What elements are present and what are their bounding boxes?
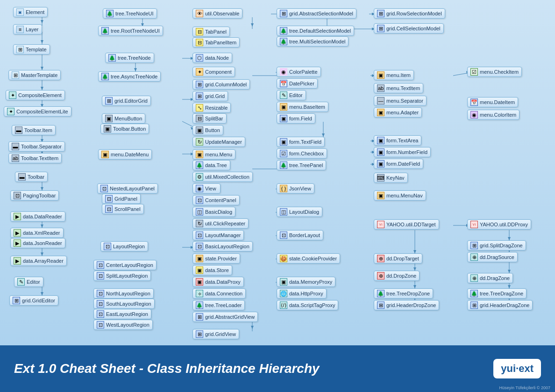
node-multiselectionmodel[interactable]: 🌲 tree.MultiSelectionModel [277, 36, 349, 47]
node-gridpanel[interactable]: ⊡ GridPanel [102, 194, 141, 204]
node-toolbarbutton[interactable]: ▣ Toolbar.Button [100, 124, 149, 134]
node-toolbarseparator[interactable]: ▬ Toolbar.Separator [8, 141, 65, 152]
node-textarea[interactable]: ▣ form.TextArea [374, 135, 421, 146]
node-datatree[interactable]: 🌲 data.Tree [192, 160, 230, 170]
node-jsonview[interactable]: { } JsonView [277, 183, 314, 194]
node-treedragzone[interactable]: 🌲 tree.TreeDragZone [467, 288, 527, 299]
node-checkitem[interactable]: ☑ menu.CheckItem [467, 67, 522, 77]
node-grid[interactable]: ⊞ grid.Grid [192, 91, 228, 101]
node-view[interactable]: ◉ View [192, 183, 221, 194]
node-textfield[interactable]: ▣ form.TextField [277, 137, 325, 147]
node-editorcomp[interactable]: ✎ Editor [277, 90, 306, 100]
node-editor[interactable]: ✎ Editor [14, 277, 43, 287]
node-textitem[interactable]: ab menu.TextItem [374, 83, 423, 93]
node-clickrepeater[interactable]: ↻ util.ClickRepeater [192, 218, 249, 229]
node-httpproxy[interactable]: 🌐 data.HttpProxy [277, 288, 327, 299]
node-xmlreader[interactable]: ▶ data.XmlReader [10, 228, 64, 238]
node-treeloader[interactable]: 🌲 tree.TreeLoader [192, 300, 245, 310]
node-dateitem[interactable]: 📅 menu.DateItem [467, 97, 518, 107]
node-datastore[interactable]: ▣ data.Store [192, 265, 232, 275]
node-dddropzone[interactable]: ⊕ dd.DropZone [374, 271, 420, 281]
node-toolbartextitem[interactable]: ab Toolbar.TextItem [8, 153, 62, 163]
node-tabpanelitem[interactable]: ⊟ TabPanelItem [192, 37, 240, 48]
node-datefield[interactable]: ▣ form.DateField [374, 159, 423, 169]
node-nestedlayoutpanel[interactable]: ⊡ NestedLayoutPanel [97, 183, 158, 194]
node-yahooddproxy[interactable]: Y! YAHOO.util.DDProxy [467, 219, 531, 230]
node-layer[interactable]: ≡ Layer [13, 24, 42, 35]
node-toolbaritem[interactable]: ▬ Toolbar.Item [12, 125, 56, 135]
node-tabpanel[interactable]: ⊟ TabPanel [192, 27, 230, 37]
node-eastlayoutregion[interactable]: ⊡ EastLayoutRegion [93, 309, 151, 319]
node-menu[interactable]: ▣ menu.Menu [192, 149, 235, 160]
node-layoutregion[interactable]: ⊡ LayoutRegion [100, 241, 148, 252]
node-menuadapter[interactable]: ▣ menu.Adapter [374, 107, 422, 118]
node-contentpanel[interactable]: ⊡ ContentPanel [192, 195, 240, 205]
node-resizable[interactable]: ⤡ Resizable [192, 103, 231, 113]
node-connection[interactable]: ⟡ data.Connection [192, 288, 246, 299]
node-numberfield[interactable]: ▣ form.NumberField [374, 147, 431, 157]
node-checkbox[interactable]: ☑ form.Checkbox [277, 148, 327, 159]
node-baseitem[interactable]: ▣ menu.BaseItem [277, 102, 328, 112]
node-button[interactable]: ▣ Button [192, 125, 223, 135]
node-datepicker[interactable]: 📅 DatePicker [277, 78, 318, 89]
node-datanode[interactable]: ⬡ data.Node [192, 53, 232, 63]
node-layoutdialog[interactable]: ◫ LayoutDialog [277, 207, 322, 217]
node-headerdragzone[interactable]: ⊞ grid.HeaderDragZone [467, 300, 533, 310]
node-headerdropzone[interactable]: ⊞ grid.HeaderDropZone [374, 300, 439, 310]
node-yahooddtarget[interactable]: Y! YAHOO.util.DDTarget [374, 219, 439, 230]
node-keynav[interactable]: ⌨ KeyNav [374, 173, 408, 183]
node-pagingtoolbar[interactable]: ⊡ PagingToolbar [10, 190, 59, 201]
node-basiclayoutregion[interactable]: ⊡ BasicLayoutRegion [192, 241, 253, 252]
node-borderlayout[interactable]: ⊡ BorderLayout [277, 230, 323, 240]
node-dddroptarget[interactable]: ⊕ dd.DropTarget [374, 253, 422, 264]
node-centerlayoutregion[interactable]: ⊡ CenterLayoutRegion [93, 260, 157, 270]
node-coloritem[interactable]: ◉ menu.ColorItem [467, 110, 519, 120]
node-element[interactable]: ▣ Element [13, 7, 48, 17]
node-defaultselectionmodel[interactable]: 🌲 tree.DefaultSelectionModel [277, 26, 354, 36]
node-abstractselectionmodel[interactable]: ⊞ grid.AbstractSelectionModel [277, 8, 356, 19]
node-splitlayoutregion[interactable]: ⊡ SplitLayoutRegion [93, 271, 151, 281]
node-layoutmanager[interactable]: ⊡ LayoutManager [192, 230, 244, 240]
node-observable[interactable]: 👁 util.Observable [192, 8, 242, 19]
node-treepanel[interactable]: 🌲 tree.TreePanel [277, 160, 326, 170]
node-menubutton[interactable]: ▣ MenuButton [102, 113, 145, 124]
node-dataproxy[interactable]: ▣ data.DataProxy [192, 277, 244, 287]
node-formfield[interactable]: ▣ form.Field [277, 113, 315, 124]
node-dragsource[interactable]: ⊕ dd.DragSource [467, 252, 518, 262]
node-rowselectionmodel[interactable]: ⊞ grid.RowSelectionModel [374, 8, 445, 19]
node-splitdragzone[interactable]: ⊞ grid.SplitDragZone [467, 240, 526, 251]
node-westlayoutregion[interactable]: ⊡ WestLayoutRegion [93, 320, 153, 330]
node-updatemanager[interactable]: ↻ UpdateManager [192, 137, 245, 147]
node-arrayreader[interactable]: ▶ data.ArrayReader [10, 256, 67, 266]
node-treedropzone[interactable]: 🌲 tree.TreeDropZone [374, 288, 433, 299]
node-cookieprovider[interactable]: 🍪 state.CookieProvider [277, 253, 340, 264]
node-mixedcollection[interactable]: ⚙ util.MixedCollection [192, 172, 253, 182]
node-jsonreader[interactable]: ▶ data.JsonReader [10, 238, 65, 248]
node-roottreenodeui[interactable]: 🌲 tree.RootTreeNodeUI [98, 26, 163, 36]
node-southlayoutregion[interactable]: ⊡ SouthLayoutRegion [93, 299, 155, 309]
node-colorpalette[interactable]: ◉ ColorPalette [277, 67, 321, 77]
node-template[interactable]: ⊞ Template [13, 44, 50, 55]
node-compositeelementlite[interactable]: ✦ CompositeElementLite [4, 106, 71, 117]
node-menunav[interactable]: ▣ menu.MenuNav [374, 190, 426, 201]
node-cellselectionmodel[interactable]: ⊞ grid.CellSelectionModel [374, 23, 444, 34]
node-asynctreenode[interactable]: 🌲 tree.AsyncTreeNode [98, 71, 161, 82]
node-dragzone[interactable]: ⊕ dd.DragZone [467, 273, 513, 283]
node-treenode[interactable]: 🌲 tree.TreeNode [105, 53, 154, 63]
node-editorgrid[interactable]: ⊞ grid.EditorGrid [102, 96, 151, 106]
node-datemenu[interactable]: ▣ menu.DateMenu [98, 149, 152, 160]
node-menuitem[interactable]: ▣ menu.Item [374, 70, 414, 80]
node-component[interactable]: ✦ Component [192, 67, 235, 77]
node-splitbar[interactable]: ⊟ SplitBar [192, 113, 227, 124]
node-scripttagproxy[interactable]: ⟨/⟩ data.ScriptTagProxy [277, 300, 338, 310]
node-compositeelement[interactable]: ✦ CompositeElement [6, 90, 65, 100]
node-abstractgridview[interactable]: ⊞ grid.AbstractGridView [192, 312, 258, 322]
node-treenodeui[interactable]: 🌲 tree.TreeNodeUI [103, 8, 157, 19]
node-mastertemplate[interactable]: ⊞ MasterTemplate [8, 70, 61, 80]
node-scrollpanel[interactable]: ⊡ ScrollPanel [102, 204, 144, 214]
node-columnmodel[interactable]: ⊞ grid.ColumnModel [192, 79, 250, 90]
node-memoryproxy[interactable]: ▣ data.MemoryProxy [277, 277, 335, 287]
node-basicdialog[interactable]: ◫ BasicDialog [192, 207, 235, 217]
node-datareader[interactable]: ▶ data.DataReader [10, 211, 65, 222]
node-toolbar[interactable]: ▬ Toolbar [15, 172, 48, 182]
